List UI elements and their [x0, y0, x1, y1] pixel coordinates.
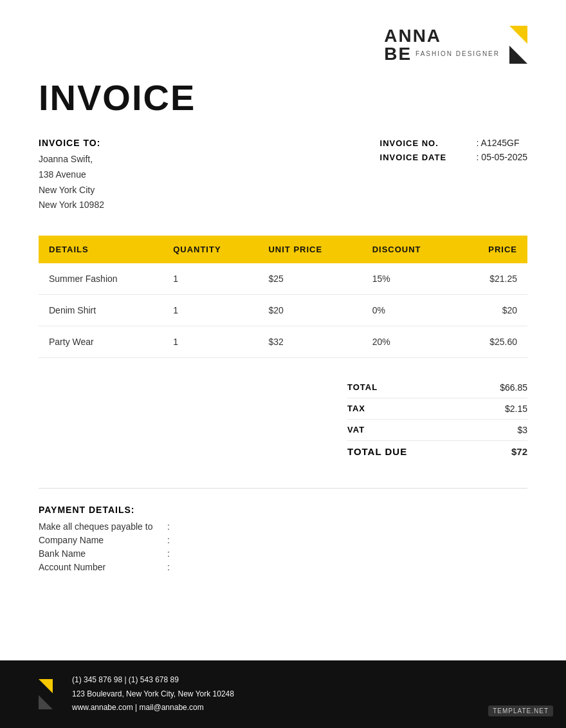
invoice-meta: INVOICE NO. : A1245GF INVOICE DATE : 05-…: [380, 138, 527, 213]
logo-be: BE: [384, 45, 412, 63]
logo-subtitle: FASHION DESIGNER: [415, 50, 500, 57]
header: ANNA BE FASHION DESIGNER: [39, 26, 527, 64]
vat-row: VAT $3: [347, 420, 527, 441]
logo-anna: ANNA: [384, 27, 441, 45]
cell-unit-price: $20: [258, 295, 361, 326]
cell-price: $20: [459, 295, 527, 326]
col-quantity: QUANTITY: [163, 236, 258, 263]
cell-quantity: 1: [163, 295, 258, 326]
billing-section: INVOICE TO: Joanna Swift, 138 Avenue New…: [39, 138, 527, 213]
logo-area: ANNA BE FASHION DESIGNER: [384, 26, 527, 64]
totals-block: TOTAL $66.85 TAX $2.15 VAT $3 TOTAL DUE …: [347, 377, 527, 462]
table-row: Summer Fashion 1 $25 15% $21.25: [39, 263, 527, 295]
col-discount: DISCOUNT: [362, 236, 459, 263]
payment-colon: :: [167, 521, 170, 532]
total-row: TOTAL $66.85: [347, 377, 527, 398]
cell-unit-price: $25: [258, 263, 361, 295]
total-label: TOTAL: [347, 382, 378, 393]
logo-shape-bottom: [509, 46, 527, 64]
cell-details: Party Wear: [39, 326, 163, 358]
invoice-date-row: INVOICE DATE : 05-05-2025: [380, 152, 527, 162]
col-details: DETAILS: [39, 236, 163, 263]
cell-discount: 15%: [362, 263, 459, 295]
cell-price: $25.60: [459, 326, 527, 358]
payment-title: PAYMENT DETAILS:: [39, 505, 527, 515]
payment-detail-row: Bank Name :: [39, 548, 527, 559]
logo-shapes: [509, 26, 527, 64]
vat-value: $3: [517, 425, 527, 435]
footer-address: 123 Boulevard, New York City, New York 1…: [72, 687, 234, 702]
due-value: $72: [511, 446, 527, 457]
col-price: PRICE: [459, 236, 527, 263]
logo-shape-top: [509, 26, 527, 44]
total-value: $66.85: [500, 382, 527, 393]
cell-discount: 0%: [362, 295, 459, 326]
payment-detail-row: Account Number :: [39, 562, 527, 572]
table-row: Denim Shirt 1 $20 0% $20: [39, 295, 527, 326]
due-row: TOTAL DUE $72: [347, 441, 527, 462]
invoice-no-row: INVOICE NO. : A1245GF: [380, 138, 527, 148]
payment-rows: Make all cheques payable to : Company Na…: [39, 521, 527, 572]
payment-detail-row: Company Name :: [39, 535, 527, 545]
client-address1: 138 Avenue: [39, 167, 104, 183]
footer-web: www.annabe.com | mail@annabe.com: [72, 701, 234, 715]
cell-discount: 20%: [362, 326, 459, 358]
footer-shape-top: [39, 679, 53, 693]
invoice-page: ANNA BE FASHION DESIGNER INVOICE INVOICE…: [0, 0, 566, 728]
col-unit-price: UNIT PRICE: [258, 236, 361, 263]
client-address3: New York 10982: [39, 198, 104, 213]
cell-quantity: 1: [163, 326, 258, 358]
page-title: INVOICE: [39, 77, 527, 118]
footer: (1) 345 876 98 | (1) 543 678 89 123 Boul…: [0, 660, 566, 728]
cell-unit-price: $32: [258, 326, 361, 358]
invoice-no-value: : A1245GF: [477, 138, 520, 148]
footer-shapes: [39, 679, 53, 709]
footer-shape-bottom: [39, 695, 53, 709]
footer-phone: (1) 345 876 98 | (1) 543 678 89: [72, 673, 234, 687]
payment-colon: :: [167, 535, 170, 545]
due-label: TOTAL DUE: [347, 446, 407, 457]
tax-value: $2.15: [505, 404, 527, 414]
invoice-date-label: INVOICE DATE: [380, 153, 464, 162]
payment-colon: :: [167, 562, 170, 572]
template-badge: TEMPLATE.NET: [488, 705, 553, 716]
footer-text: (1) 345 876 98 | (1) 543 678 89 123 Boul…: [72, 673, 234, 715]
vat-label: VAT: [347, 425, 365, 435]
invoice-no-label: INVOICE NO.: [380, 138, 464, 148]
tax-row: TAX $2.15: [347, 398, 527, 420]
tax-label: TAX: [347, 404, 365, 414]
invoice-to-label: INVOICE TO:: [39, 138, 104, 148]
logo-text: ANNA BE FASHION DESIGNER: [384, 27, 500, 63]
invoice-table: DETAILS QUANTITY UNIT PRICE DISCOUNT PRI…: [39, 236, 527, 358]
table-row: Party Wear 1 $32 20% $25.60: [39, 326, 527, 358]
table-header-row: DETAILS QUANTITY UNIT PRICE DISCOUNT PRI…: [39, 236, 527, 263]
payment-detail-row: Make all cheques payable to :: [39, 521, 527, 532]
totals-section: TOTAL $66.85 TAX $2.15 VAT $3 TOTAL DUE …: [39, 377, 527, 462]
cell-price: $21.25: [459, 263, 527, 295]
payment-row-label: Make all cheques payable to: [39, 521, 167, 532]
client-address2: New York City: [39, 183, 104, 198]
cell-details: Summer Fashion: [39, 263, 163, 295]
client-name: Joanna Swift,: [39, 152, 104, 167]
payment-colon: :: [167, 548, 170, 559]
cell-details: Denim Shirt: [39, 295, 163, 326]
payment-section: PAYMENT DETAILS: Make all cheques payabl…: [39, 488, 527, 572]
invoice-date-value: : 05-05-2025: [477, 152, 527, 162]
payment-row-label: Company Name: [39, 535, 167, 545]
invoice-to-block: INVOICE TO: Joanna Swift, 138 Avenue New…: [39, 138, 104, 213]
payment-row-label: Bank Name: [39, 548, 167, 559]
payment-row-label: Account Number: [39, 562, 167, 572]
cell-quantity: 1: [163, 263, 258, 295]
invoice-to-details: Joanna Swift, 138 Avenue New York City N…: [39, 152, 104, 213]
